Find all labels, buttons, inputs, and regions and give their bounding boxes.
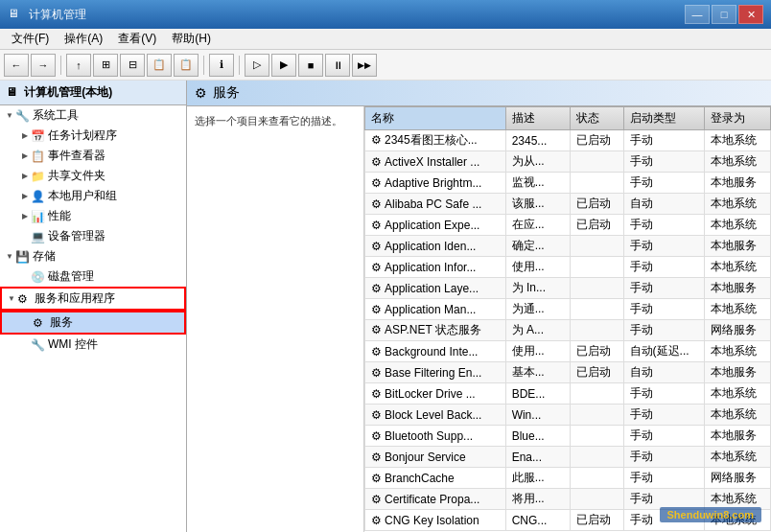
tree-item-svc-apps[interactable]: ▼⚙服务和应用程序 [0,287,186,311]
service-icon: ⚙ [371,155,382,169]
menu-view[interactable]: 查看(V) [110,29,164,49]
table-row[interactable]: ⚙Background Inte...使用...已启动自动(延迟...本地系统 [365,341,771,362]
services-header-title: 服务 [213,84,240,102]
service-name: ⚙ASP.NET 状态服务 [365,320,506,341]
tree-arrow-shared-folder: ▶ [19,172,31,180]
service-startup: 自动 [623,194,705,215]
services-table-panel[interactable]: 名称 描述 状态 启动类型 登录为 ⚙2345看图王核心...2345...已启… [364,106,771,532]
tree-item-storage[interactable]: ▼💾存储 [0,246,186,266]
tree-root-label: 计算机管理(本地) [24,85,112,99]
menu-file[interactable]: 文件(F) [4,29,57,49]
service-desc: BDE... [505,383,571,405]
tree-label-task-sched: 任务计划程序 [48,127,117,144]
service-desc: Blue... [505,426,571,447]
service-status [571,426,623,447]
description-text: 选择一个项目来查看它的描述。 [195,115,342,127]
service-name: ⚙Background Inte... [365,341,506,362]
tree-item-shared-folder[interactable]: ▶📁共享文件夹 [0,166,186,186]
services-header: ⚙ 服务 [187,81,771,106]
service-status: 已启动 [571,510,623,531]
menu-bar: 文件(F) 操作(A) 查看(V) 帮助(H) [0,29,771,50]
service-icon: ⚙ [371,282,382,295]
start-button[interactable]: ▷ [245,54,269,77]
toolbar-separator-2 [203,56,204,75]
service-startup: 自动 [623,362,705,383]
play-button[interactable]: ▶ [271,54,296,77]
table-row[interactable]: ⚙Block Level Back...Win...手动本地系统 [365,405,771,426]
service-status: 已启动 [571,341,623,362]
service-startup: 手动 [623,173,705,194]
pause-button[interactable]: ⏸ [325,54,350,77]
menu-action[interactable]: 操作(A) [57,29,110,49]
service-icon: ⚙ [371,176,382,190]
tree-arrow-task-sched: ▶ [19,131,31,140]
table-row[interactable]: ⚙ASP.NET 状态服务为 A...手动网络服务 [365,320,771,341]
service-status: 已启动 [571,215,623,236]
table-row[interactable]: ⚙Application Man...为通...手动本地系统 [365,299,771,320]
table-row[interactable]: ⚙Application Laye...为 In...手动本地服务 [365,278,771,299]
col-status[interactable]: 状态 [571,107,623,130]
tree-item-perf[interactable]: ▶📊性能 [0,206,186,226]
up-button[interactable]: ↑ [66,54,91,77]
service-icon: ⚙ [371,514,382,527]
tree-item-sys-tools[interactable]: ▼🔧系统工具 [0,105,186,126]
service-name: ⚙Application Man... [365,299,506,320]
table-row[interactable]: ⚙2345看图王核心...2345...已启动手动本地系统 [365,130,771,151]
service-startup: 手动 [623,151,705,173]
back-button[interactable]: ← [4,54,29,77]
tree-item-services[interactable]: ⚙服务 [0,311,186,335]
tree-item-local-users[interactable]: ▶👤本地用户和组 [0,186,186,206]
maximize-button[interactable]: □ [712,5,736,24]
forward-button[interactable]: → [31,54,56,77]
tree-item-disk-mgr[interactable]: 💿磁盘管理 [0,266,186,287]
col-desc[interactable]: 描述 [505,107,571,130]
table-row[interactable]: ⚙Base Filtering En...基本...已启动自动本地服务 [365,362,771,383]
table-row[interactable]: ⚙Bonjour ServiceEna...手动本地系统 [365,447,771,468]
service-status [571,278,623,299]
service-icon: ⚙ [371,219,382,232]
menu-help[interactable]: 帮助(H) [164,29,219,49]
col-name[interactable]: 名称 [365,107,506,130]
col-logon[interactable]: 登录为 [705,107,771,130]
service-logon: 本地系统 [705,383,771,405]
table-row[interactable]: ⚙Application Infor...使用...手动本地系统 [365,257,771,278]
tree-item-task-sched[interactable]: ▶📅任务计划程序 [0,126,186,146]
main-layout: 🖥 计算机管理(本地) ▼🔧系统工具▶📅任务计划程序▶📋事件查看器▶📁共享文件夹… [0,81,771,532]
tree-arrow-event-viewer: ▶ [19,151,31,160]
table-row[interactable]: ⚙ActiveX Installer ...为从...手动本地系统 [365,151,771,173]
table-row[interactable]: ⚙Adaptive Brightm...监视...手动本地服务 [365,173,771,194]
service-icon: ⚙ [371,387,382,401]
tree-icon-perf: 📊 [31,210,46,223]
service-desc: 2345... [505,130,571,151]
table-row[interactable]: ⚙Bluetooth Supp...Blue...手动本地服务 [365,426,771,447]
service-startup: 手动 [623,130,705,151]
view-button-2[interactable]: ⊟ [120,54,145,77]
copy-button[interactable]: 📋 [147,54,172,77]
paste-button[interactable]: 📋 [174,54,199,77]
service-logon: 本地服务 [705,236,771,257]
col-startup[interactable]: 启动类型 [623,107,705,130]
minimize-button[interactable]: — [685,5,710,24]
service-name: ⚙ActiveX Installer ... [365,151,506,173]
tree-arrow-storage: ▼ [4,252,15,261]
tree-item-wmi[interactable]: 🔧WMI 控件 [0,335,186,355]
table-row[interactable]: ⚙BitLocker Drive ...BDE...手动本地系统 [365,383,771,405]
tree-item-event-viewer[interactable]: ▶📋事件查看器 [0,146,186,166]
service-logon: 本地系统 [705,447,771,468]
skip-button[interactable]: ▶▶ [352,54,377,77]
table-row[interactable]: ⚙Application Expe...在应...已启动手动本地系统 [365,215,771,236]
service-desc: 在应... [505,215,571,236]
service-logon: 本地服务 [705,278,771,299]
service-name: ⚙Application Laye... [365,278,506,299]
service-status [571,151,623,173]
view-button-1[interactable]: ⊞ [93,54,118,77]
table-row[interactable]: ⚙BranchCache此服...手动网络服务 [365,468,771,489]
table-row[interactable]: ⚙Application Iden...确定...手动本地服务 [365,236,771,257]
stop-button[interactable]: ■ [298,54,323,77]
service-name: ⚙Application Iden... [365,236,506,257]
close-button[interactable]: ✕ [738,5,763,24]
tree-item-dev-mgr[interactable]: 💻设备管理器 [0,226,186,246]
service-name: ⚙Application Infor... [365,257,506,278]
info-button[interactable]: ℹ [209,54,234,77]
table-row[interactable]: ⚙Alibaba PC Safe ...该服...已启动自动本地系统 [365,194,771,215]
